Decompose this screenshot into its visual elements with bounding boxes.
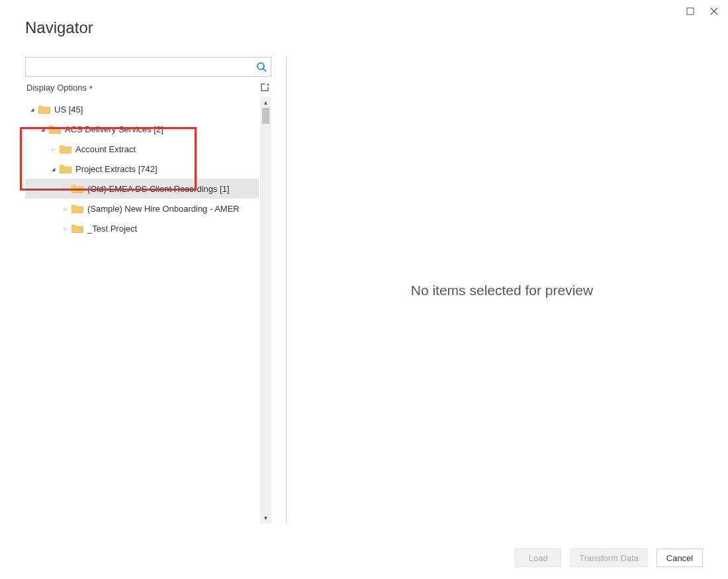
scroll-up-icon[interactable]: ▴ xyxy=(260,97,271,108)
folder-icon xyxy=(60,164,71,173)
dialog-title: Navigator xyxy=(25,19,703,37)
dialog-header: Navigator xyxy=(0,0,728,37)
tree-label: (Sample) New Hire Onboarding - AMER xyxy=(87,204,240,214)
expand-toggle-icon[interactable] xyxy=(61,225,69,232)
refresh-icon[interactable] xyxy=(259,82,270,93)
expand-toggle-icon[interactable] xyxy=(61,185,69,192)
expand-toggle-icon[interactable] xyxy=(61,205,69,212)
expand-toggle-icon[interactable] xyxy=(49,165,57,172)
folder-icon xyxy=(38,105,50,114)
svg-point-3 xyxy=(257,63,264,69)
scroll-down-icon[interactable]: ▾ xyxy=(260,512,271,523)
load-button[interactable]: Load xyxy=(515,549,561,567)
tree-label: US [45] xyxy=(54,105,83,114)
preview-empty-message: No items selected for preview xyxy=(411,283,593,298)
expand-toggle-icon[interactable] xyxy=(49,146,57,152)
folder-icon xyxy=(71,184,83,193)
svg-line-4 xyxy=(263,69,266,71)
dialog-footer: Load Transform Data Cancel xyxy=(515,549,703,567)
tree-item-sample-new-hire[interactable]: (Sample) New Hire Onboarding - AMER xyxy=(25,199,259,218)
folder-icon xyxy=(49,124,61,134)
scroll-track[interactable] xyxy=(260,108,271,512)
search-input[interactable] xyxy=(26,60,252,75)
scroll-thumb[interactable] xyxy=(262,108,269,124)
expand-toggle-icon[interactable] xyxy=(28,106,36,112)
folder-icon xyxy=(71,224,83,233)
tree-label: Account Extract xyxy=(75,144,136,154)
folder-icon xyxy=(71,204,83,213)
svg-rect-0 xyxy=(687,8,694,15)
tree-item-test-project[interactable]: _Test Project xyxy=(25,218,259,238)
expand-toggle-icon[interactable] xyxy=(38,126,46,132)
tree-item-acs-delivery-services[interactable]: ACS Delivery Services [2] xyxy=(25,119,259,139)
display-options-dropdown[interactable]: Display Options ▾ xyxy=(26,83,93,93)
cancel-button[interactable]: Cancel xyxy=(657,549,703,567)
folder-icon xyxy=(60,144,71,154)
tree-scrollbar[interactable]: ▴ ▾ xyxy=(260,97,271,523)
navigator-pane: Display Options ▾ US [45] ACS Delivery S… xyxy=(25,57,271,523)
tree-label: _Test Project xyxy=(87,224,137,234)
tree-item-old-emea[interactable]: (Old) EMEA DS Client Recordings [1] xyxy=(25,179,259,199)
tree-label: Project Extracts [742] xyxy=(75,164,158,174)
maximize-button[interactable] xyxy=(684,5,696,17)
pane-divider xyxy=(286,57,287,523)
search-box[interactable] xyxy=(25,57,271,77)
close-button[interactable] xyxy=(708,5,720,17)
window-controls xyxy=(676,0,728,22)
tree-label: (Old) EMEA DS Client Recordings [1] xyxy=(87,184,230,194)
preview-pane: No items selected for preview xyxy=(301,57,703,523)
folder-tree[interactable]: US [45] ACS Delivery Services [2] Accoun… xyxy=(25,97,259,523)
transform-data-button[interactable]: Transform Data xyxy=(570,549,647,567)
tree-item-us[interactable]: US [45] xyxy=(25,99,259,119)
tree-label: ACS Delivery Services [2] xyxy=(65,124,163,134)
tree-item-project-extracts[interactable]: Project Extracts [742] xyxy=(25,159,259,179)
tree-item-account-extract[interactable]: Account Extract xyxy=(25,139,259,159)
search-icon[interactable] xyxy=(252,62,271,72)
chevron-down-icon: ▾ xyxy=(89,84,93,91)
display-options-label: Display Options xyxy=(26,83,87,93)
